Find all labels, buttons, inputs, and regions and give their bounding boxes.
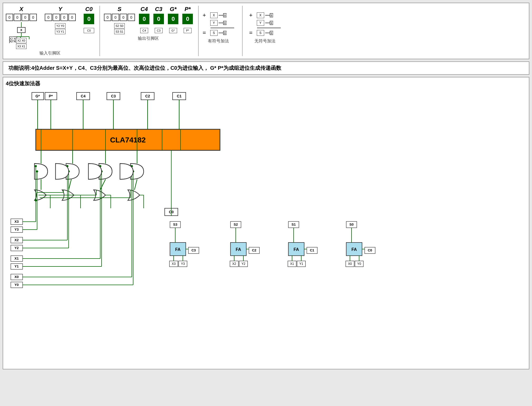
unsigned-adder-label: 无符号加法 [254, 38, 275, 44]
s-bits-display: 0 0 0 0 [104, 14, 135, 21]
svg-text:Y2: Y2 [242, 262, 245, 266]
c3-label: C3 [155, 6, 162, 13]
x-bit-0[interactable]: 0 [6, 14, 13, 21]
svg-text:S3: S3 [173, 222, 177, 226]
svg-text:X2: X2 [232, 262, 236, 266]
pstar-output-group: P* 0 P* [182, 6, 193, 33]
y-bit-1[interactable]: 0 [53, 14, 60, 21]
svg-text:Y1: Y1 [299, 262, 303, 266]
y-bits-display: 0 0 0 0 [45, 14, 76, 21]
svg-text:C2: C2 [145, 94, 150, 98]
svg-text:0: 0 [224, 32, 225, 34]
svg-text:X: X [20, 28, 22, 32]
c4-output-group: C4 0 C4 [139, 6, 149, 33]
signed-adder-x-row: + X 0 [203, 12, 234, 19]
svg-text:Y0: Y0 [357, 262, 361, 266]
svg-text:X3: X3 [14, 220, 19, 224]
c4-label: C4 [140, 6, 148, 13]
y-bit-0[interactable]: 0 [45, 14, 52, 21]
pstar-pin: P* [184, 28, 192, 33]
svg-text:Y1: Y1 [14, 264, 19, 268]
x-input-group: X 0 0 0 0 X [6, 6, 37, 49]
c0-value[interactable]: 0 [84, 14, 94, 24]
c3-output-group: C3 0 C3 [153, 6, 164, 33]
gstar-output-group: G* 0 G* [168, 6, 178, 33]
svg-text:Y2: Y2 [14, 246, 19, 250]
circuit-svg: CLA74182 G* P* C4 C3 C2 [6, 90, 526, 366]
svg-text:0: 0 [271, 32, 272, 34]
svg-text:Y3: Y3 [14, 227, 19, 231]
gstar-pin: G* [169, 28, 177, 33]
svg-line-57 [134, 179, 137, 190]
top-panel: X 0 0 0 0 X [3, 3, 529, 59]
svg-text:P*: P* [49, 94, 53, 98]
x-bit-3[interactable]: 0 [29, 14, 37, 21]
svg-text:0: 0 [271, 14, 272, 17]
svg-text:S0: S0 [349, 222, 354, 226]
svg-text:Y3: Y3 [181, 262, 185, 266]
svg-text:FA: FA [294, 247, 299, 252]
svg-text:S2: S2 [234, 222, 238, 226]
c0-label: C0 [85, 6, 93, 13]
description-text: 功能说明:4位Adder S=X+Y，C4、C3分别为最高位、次高位进位位，C0… [8, 65, 281, 71]
bottom-panel: 4位快速加法器 CLA74182 G* P* C4 [3, 77, 529, 369]
svg-text:C2: C2 [252, 248, 257, 252]
svg-text:0: 0 [271, 22, 272, 24]
x-bit-1[interactable]: 0 [14, 14, 21, 21]
cla-text: CLA74182 [110, 136, 145, 144]
x-bits-display: 0 0 0 0 [6, 14, 37, 21]
svg-text:X2 X0: X2 X0 [9, 37, 17, 40]
c3-pin: C3 [155, 28, 163, 33]
svg-text:C4: C4 [81, 94, 86, 98]
signed-adder-label: 有符号加法 [208, 38, 229, 44]
svg-text:C3: C3 [111, 94, 116, 98]
c4-value: 0 [139, 14, 149, 24]
gstar-label: G* [170, 6, 177, 13]
s-output-group: S 0 0 0 0 S2 S0 S3 S1 [104, 6, 135, 34]
description-bar: 功能说明:4位Adder S=X+Y，C4、C3分别为最高位、次高位进位位，C0… [3, 61, 529, 75]
x-label: X [19, 6, 23, 13]
sad-x-label: X [210, 12, 218, 18]
signed-adder-y-row: + Y 0 [203, 19, 234, 26]
svg-text:C1: C1 [310, 248, 314, 252]
svg-line-55 [69, 179, 71, 190]
y-bit-3[interactable]: 0 [68, 14, 76, 21]
s-bit-3: 0 [128, 14, 135, 21]
svg-text:FA: FA [236, 247, 241, 252]
uad-s-label: S [257, 30, 264, 36]
uad-x-label: X [257, 12, 264, 18]
svg-point-76 [35, 165, 37, 167]
svg-text:C1: C1 [177, 94, 182, 98]
unsigned-adder-y-row: + Y 0 [249, 19, 281, 26]
svg-text:X3: X3 [172, 262, 176, 266]
gstar-value: 0 [168, 14, 178, 24]
c0-pin-box: C0 [84, 28, 94, 33]
y-input-group: Y 0 0 0 0 Y2 Y0 Y3 Y1 [45, 6, 76, 49]
svg-text:S1: S1 [292, 222, 296, 226]
svg-text:C0: C0 [368, 248, 372, 252]
unsigned-adder-x-row: + X 0 [249, 12, 281, 19]
c0-input-group: C0 0 C0 [84, 6, 94, 49]
s-bit-2: 0 [120, 14, 127, 21]
sad-y-label: Y [210, 20, 218, 26]
s-bit-1: 0 [112, 14, 119, 21]
uad-y-label: Y [257, 20, 264, 26]
sad-s-label: S [210, 30, 218, 36]
main-container: X 0 0 0 0 X [0, 0, 532, 406]
bottom-title: 4位快速加法器 [6, 80, 526, 87]
pstar-value: 0 [182, 14, 193, 24]
input-section-label: 输入引脚区 [6, 51, 94, 56]
circuit-area: CLA74182 G* P* C4 C3 C2 [6, 90, 526, 366]
svg-line-56 [100, 179, 106, 190]
unsigned-adder-s-row: = S 0 [249, 29, 281, 36]
x-bit-2[interactable]: 0 [22, 14, 29, 21]
svg-text:X1: X1 [14, 256, 19, 260]
s-label: S [118, 6, 122, 13]
svg-point-79 [36, 170, 38, 172]
y-bit-2[interactable]: 0 [61, 14, 68, 21]
svg-text:X1: X1 [290, 262, 294, 266]
svg-text:C3: C3 [192, 248, 196, 252]
svg-text:0: 0 [224, 14, 225, 17]
output-section-label: 输出引脚区 [104, 36, 193, 41]
svg-text:X0: X0 [14, 275, 19, 279]
